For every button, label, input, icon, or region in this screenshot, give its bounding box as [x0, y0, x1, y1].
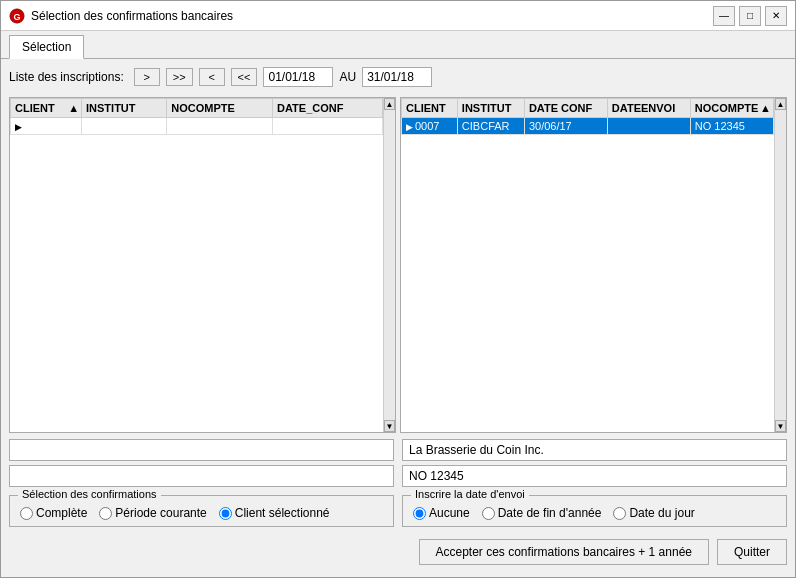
radio-aucune-input[interactable] — [413, 507, 426, 520]
selection-group-box: Sélection des confirmations Complète Pér… — [9, 495, 394, 527]
radio-periode-input[interactable] — [99, 507, 112, 520]
radio-jour[interactable]: Date du jour — [613, 506, 694, 520]
options-row: Sélection des confirmations Complète Pér… — [9, 495, 787, 527]
radio-complete[interactable]: Complète — [20, 506, 87, 520]
right-col-dateenvoi: DATEENVOI — [607, 99, 690, 118]
svg-text:G: G — [13, 12, 20, 22]
right-cell-1: CIBCFAR — [457, 118, 524, 135]
window-controls: — □ ✕ — [713, 6, 787, 26]
radio-aucune-label: Aucune — [429, 506, 470, 520]
quit-button[interactable]: Quitter — [717, 539, 787, 565]
radio-aucune[interactable]: Aucune — [413, 506, 470, 520]
left-text-field-2[interactable] — [9, 465, 394, 487]
radio-fin-annee[interactable]: Date de fin d'année — [482, 506, 602, 520]
right-info: La Brasserie du Coin Inc. NO 12345 — [402, 439, 787, 487]
right-cell-2: 30/06/17 — [524, 118, 607, 135]
radio-fin-annee-label: Date de fin d'année — [498, 506, 602, 520]
left-row-institut — [82, 118, 167, 135]
left-col-date-conf: DATE_CONF — [273, 99, 383, 118]
radio-client-label: Client sélectionné — [235, 506, 330, 520]
window-title: Sélection des confirmations bancaires — [31, 9, 713, 23]
main-content: Liste des inscriptions: > >> < << AU CLI… — [1, 59, 795, 577]
inscri-group-label: Inscrire la date d'envoi — [411, 488, 529, 500]
company-name-field: La Brasserie du Coin Inc. — [402, 439, 787, 461]
selection-group-label: Sélection des confirmations — [18, 488, 161, 500]
right-col-date-conf: DATE CONF — [524, 99, 607, 118]
radio-periode[interactable]: Période courante — [99, 506, 206, 520]
right-cell-4: NO 12345 — [690, 118, 773, 135]
radio-jour-label: Date du jour — [629, 506, 694, 520]
nav-forward-button[interactable]: > — [134, 68, 160, 86]
scroll-track — [384, 110, 395, 420]
radio-fin-annee-input[interactable] — [482, 507, 495, 520]
header-row: Liste des inscriptions: > >> < << AU — [9, 67, 787, 87]
title-bar: G Sélection des confirmations bancaires … — [1, 1, 795, 31]
selection-radio-group: Complète Période courante Client sélecti… — [20, 506, 383, 520]
tab-bar: Sélection — [1, 31, 795, 59]
right-scroll-down-btn[interactable]: ▼ — [775, 420, 786, 432]
left-table-row-pointer: ▶ — [11, 118, 383, 135]
right-cell-0: 0007 — [402, 118, 458, 135]
inscri-group-box: Inscrire la date d'envoi Aucune Date de … — [402, 495, 787, 527]
radio-complete-label: Complète — [36, 506, 87, 520]
left-table-container: CLIENT ▲ INSTITUT NOCOMPTE DATE_CONF ▶ — [9, 97, 396, 433]
scroll-down-btn[interactable]: ▼ — [384, 420, 395, 432]
right-table-scroll[interactable]: CLIENT INSTITUT DATE CONF DATEENVOI NOCO… — [401, 98, 774, 432]
main-window: G Sélection des confirmations bancaires … — [0, 0, 796, 578]
left-inputs — [9, 439, 394, 487]
nav-back-button[interactable]: < — [199, 68, 225, 86]
right-table-scrollbar[interactable]: ▲ ▼ — [774, 98, 786, 432]
left-text-field-1[interactable] — [9, 439, 394, 461]
left-col-institut: INSTITUT — [82, 99, 167, 118]
buttons-row: Accepter ces confirmations bancaires + 1… — [9, 535, 787, 569]
accept-button[interactable]: Accepter ces confirmations bancaires + 1… — [419, 539, 709, 565]
close-button[interactable]: ✕ — [765, 6, 787, 26]
left-table-scroll[interactable]: CLIENT ▲ INSTITUT NOCOMPTE DATE_CONF ▶ — [10, 98, 383, 432]
bottom-section: La Brasserie du Coin Inc. NO 12345 Sélec… — [9, 439, 787, 569]
nav-fast-forward-button[interactable]: >> — [166, 68, 193, 86]
left-row-nocompte — [167, 118, 273, 135]
left-row-dateconf — [273, 118, 383, 135]
right-table-container: CLIENT INSTITUT DATE CONF DATEENVOI NOCO… — [400, 97, 787, 433]
au-label: AU — [339, 70, 356, 84]
app-icon: G — [9, 8, 25, 24]
left-col-client: CLIENT ▲ — [11, 99, 82, 118]
radio-jour-input[interactable] — [613, 507, 626, 520]
right-table-row[interactable]: 0007CIBCFAR30/06/17NO 12345 — [402, 118, 774, 135]
right-cell-3 — [607, 118, 690, 135]
right-col-institut: INSTITUT — [457, 99, 524, 118]
scroll-up-btn[interactable]: ▲ — [384, 98, 395, 110]
left-table-scrollbar[interactable]: ▲ ▼ — [383, 98, 395, 432]
left-row-client: ▶ — [11, 118, 82, 135]
bottom-row1: La Brasserie du Coin Inc. NO 12345 — [9, 439, 787, 487]
date-from-input[interactable] — [263, 67, 333, 87]
right-scroll-track — [775, 110, 786, 420]
nav-fast-back-button[interactable]: << — [231, 68, 258, 86]
tables-area: CLIENT ▲ INSTITUT NOCOMPTE DATE_CONF ▶ — [9, 97, 787, 433]
inscri-radio-group: Aucune Date de fin d'année Date du jour — [413, 506, 776, 520]
maximize-button[interactable]: □ — [739, 6, 761, 26]
radio-client[interactable]: Client sélectionné — [219, 506, 330, 520]
date-to-input[interactable] — [362, 67, 432, 87]
minimize-button[interactable]: — — [713, 6, 735, 26]
tab-selection[interactable]: Sélection — [9, 35, 84, 59]
left-table: CLIENT ▲ INSTITUT NOCOMPTE DATE_CONF ▶ — [10, 98, 383, 135]
left-col-nocompte: NOCOMPTE — [167, 99, 273, 118]
radio-complete-input[interactable] — [20, 507, 33, 520]
radio-client-input[interactable] — [219, 507, 232, 520]
right-scroll-up-btn[interactable]: ▲ — [775, 98, 786, 110]
radio-periode-label: Période courante — [115, 506, 206, 520]
account-number-field: NO 12345 — [402, 465, 787, 487]
right-table: CLIENT INSTITUT DATE CONF DATEENVOI NOCO… — [401, 98, 774, 135]
list-label: Liste des inscriptions: — [9, 70, 124, 84]
right-col-nocompte: NOCOMPTE ▲ — [690, 99, 773, 118]
right-col-client: CLIENT — [402, 99, 458, 118]
